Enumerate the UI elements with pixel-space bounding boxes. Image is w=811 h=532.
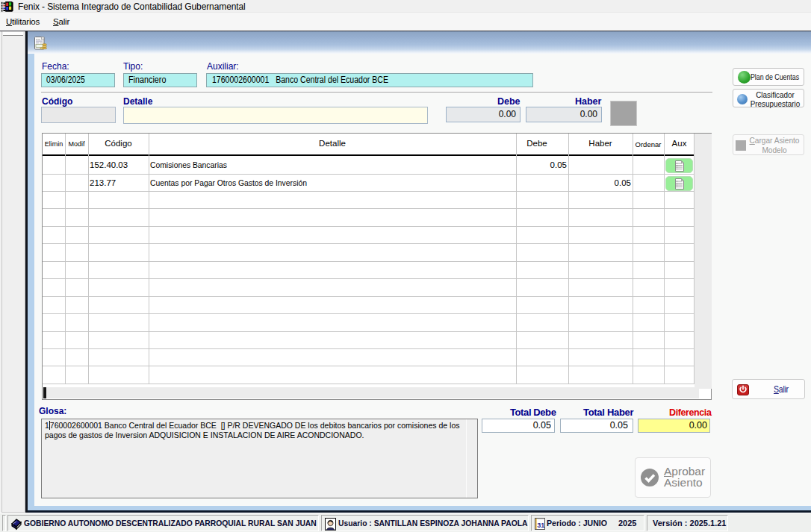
svg-text:31: 31 [537, 522, 544, 529]
